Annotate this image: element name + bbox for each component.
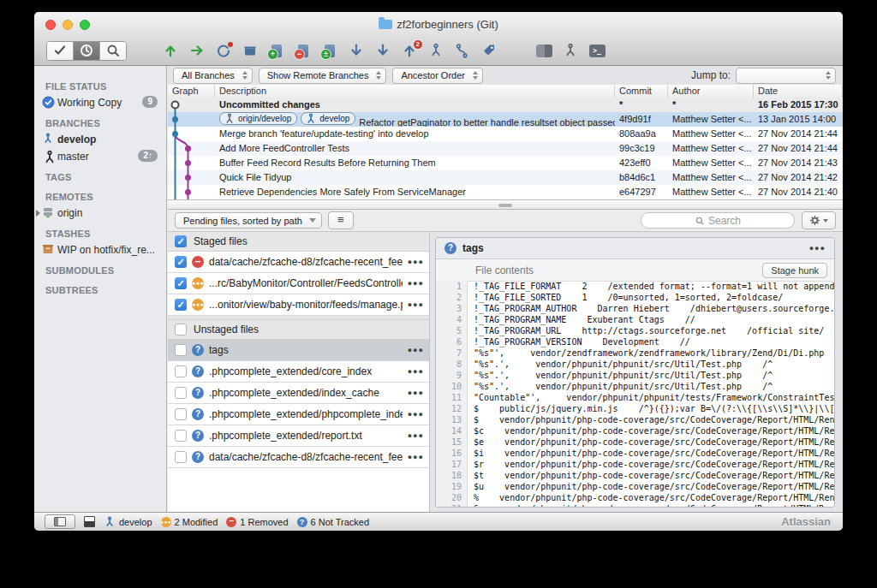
- sidebar-item-wip-on-hotfix-fix-re-[interactable]: WIP on hotfix/fix_re...: [34, 241, 166, 258]
- more-options-icon[interactable]: ●●●: [408, 346, 424, 354]
- add-remove-button[interactable]: ±: [320, 41, 339, 60]
- column-header-author[interactable]: Author: [668, 85, 754, 98]
- modified-status-icon: ●●●: [192, 299, 204, 311]
- file-path: ...onitor/view/baby-monitor/feeds/manage…: [209, 299, 403, 311]
- stage-hunk-button[interactable]: Stage hunk: [762, 263, 827, 278]
- sidebar-section-subtrees: SUBTREES: [34, 278, 166, 298]
- column-header-graph[interactable]: Graph: [168, 85, 215, 98]
- more-options-icon[interactable]: ●●●: [408, 431, 424, 440]
- pane-splitter[interactable]: [168, 199, 843, 210]
- file-checkbox[interactable]: ✓: [175, 256, 187, 268]
- branch-remote-icon: [224, 113, 236, 125]
- file-row[interactable]: ✓●●●...onitor/view/baby-monitor/feeds/ma…: [168, 294, 429, 316]
- file-row[interactable]: ?.phpcomplete_extended/phpcomplete_index…: [168, 404, 429, 425]
- untracked-status-icon: ?: [297, 517, 307, 527]
- commit-row[interactable]: Buffer Feed Record Results Before Return…: [168, 156, 843, 170]
- file-checkbox[interactable]: [175, 387, 187, 399]
- checkout-button[interactable]: [188, 41, 206, 60]
- fetch-button[interactable]: [347, 41, 366, 60]
- file-contents-view[interactable]: 1!_TAG_FILE_FORMAT 2 /extended format; -…: [436, 281, 834, 507]
- terminal-button[interactable]: >_: [588, 41, 606, 60]
- untracked-count[interactable]: ? 6 Not Tracked: [297, 517, 369, 527]
- window-chrome: zf2forbeginners (Git) +−±2 >_: [34, 12, 843, 66]
- file-checkbox[interactable]: [175, 430, 187, 442]
- pending-actions-gear-button[interactable]: [802, 211, 836, 229]
- commit-row[interactable]: Quick File Tidyupb84d6c1Matthew Setter <…: [168, 170, 843, 185]
- merge-button[interactable]: [453, 41, 472, 60]
- search-input[interactable]: Search: [641, 212, 795, 229]
- remote-branches-dropdown[interactable]: Show Remote Branches: [259, 68, 387, 84]
- remove-button[interactable]: −: [294, 41, 313, 60]
- push-button[interactable]: 2: [400, 41, 419, 60]
- sidebar-item-develop[interactable]: develop: [34, 131, 166, 148]
- removed-count[interactable]: – 1 Removed: [226, 517, 288, 527]
- commit-view-button[interactable]: [47, 42, 74, 60]
- pending-files-sort-dropdown[interactable]: Pending files, sorted by path: [175, 212, 322, 229]
- column-header-commit[interactable]: Commit: [615, 85, 668, 98]
- file-checkbox[interactable]: [175, 344, 187, 356]
- more-options-icon[interactable]: ●●●: [408, 389, 424, 397]
- more-options-icon[interactable]: ●●●: [809, 244, 826, 252]
- reset-button[interactable]: [214, 41, 233, 60]
- show-in-finder-button[interactable]: [534, 41, 553, 60]
- pull-button[interactable]: [373, 41, 392, 60]
- file-row[interactable]: ?.phpcomplete_extended/core_index●●●: [168, 361, 429, 383]
- commit-row[interactable]: Uncommitted changes**16 Feb 2015 17:30: [168, 98, 843, 112]
- file-checkbox[interactable]: [175, 365, 187, 377]
- file-checkbox[interactable]: ✓: [175, 277, 187, 289]
- file-checkbox[interactable]: [175, 408, 187, 420]
- branch-icon: [42, 150, 55, 163]
- file-list-view-options-button[interactable]: ≡: [328, 211, 354, 229]
- order-dropdown[interactable]: Ancestor Order: [392, 68, 483, 84]
- toggle-sidebar-button[interactable]: [45, 514, 75, 529]
- column-header-description[interactable]: Description: [215, 85, 615, 98]
- sidebar-item-master[interactable]: master2↑: [34, 148, 166, 165]
- git-flow-button[interactable]: [561, 41, 580, 60]
- file-path: .phpcomplete_extended/core_index: [209, 365, 403, 377]
- more-options-icon[interactable]: ●●●: [408, 300, 424, 309]
- commit-row[interactable]: Add More FeedController Tests99c3c19Matt…: [168, 141, 843, 156]
- commit-list: Uncommitted changes**16 Feb 2015 17:30or…: [168, 98, 843, 199]
- jump-to-dropdown[interactable]: [736, 68, 836, 84]
- more-options-icon[interactable]: ●●●: [408, 367, 424, 376]
- toolbar-buttons: +−±2: [161, 41, 498, 60]
- unstaged-files-checkbox[interactable]: [175, 324, 187, 336]
- modified-count[interactable]: ●●● 2 Modified: [161, 517, 218, 527]
- stash-button[interactable]: [241, 41, 260, 60]
- tag-button[interactable]: [480, 41, 498, 60]
- column-header-date[interactable]: Date: [754, 85, 843, 98]
- current-branch-indicator[interactable]: develop: [104, 516, 152, 528]
- search-view-button[interactable]: [100, 42, 126, 60]
- add-button[interactable]: +: [267, 41, 286, 60]
- more-options-icon[interactable]: ●●●: [408, 258, 424, 266]
- file-path: tags: [209, 344, 403, 356]
- staged-files-checkbox[interactable]: ✓: [175, 235, 187, 247]
- commit-row[interactable]: Merge branch 'feature/update-testing' in…: [168, 127, 843, 141]
- file-row[interactable]: ?tags●●●: [168, 340, 429, 361]
- branch-button[interactable]: [427, 41, 445, 60]
- disclosure-triangle-icon[interactable]: [36, 210, 40, 217]
- more-options-icon[interactable]: ●●●: [408, 453, 424, 461]
- bottom-panel-icon[interactable]: [84, 516, 95, 527]
- file-path: ...rc/BabyMonitor/Controller/FeedsContro…: [209, 277, 403, 289]
- file-row[interactable]: ?.phpcomplete_extended/report.txt●●●: [168, 425, 429, 447]
- commit-row[interactable]: Retrieve Dependencies More Safely From S…: [168, 185, 843, 199]
- file-row[interactable]: ✓●●●...rc/BabyMonitor/Controller/FeedsCo…: [168, 273, 429, 294]
- more-options-icon[interactable]: ●●●: [408, 410, 424, 419]
- commit-button[interactable]: [161, 41, 180, 60]
- sidebar-item-origin[interactable]: origin: [34, 205, 166, 222]
- branch-label-pill[interactable]: develop: [301, 112, 355, 125]
- sidebar-item-working-copy[interactable]: Working Copy9: [34, 94, 166, 111]
- diff-header: ? tags ●●●: [436, 238, 834, 259]
- commit-row[interactable]: origin/developdevelopRefactor getPaginat…: [168, 112, 843, 127]
- log-view-button[interactable]: [74, 42, 100, 60]
- file-row[interactable]: ?data/cache/zfcache-d8/zfcache-recent_fe…: [168, 447, 429, 468]
- code-line: 2!_TAG_FILE_SORTED 1 /0=unsorted, 1=sort…: [436, 292, 834, 303]
- more-options-icon[interactable]: ●●●: [408, 279, 424, 288]
- branch-label-pill[interactable]: origin/develop: [219, 112, 297, 125]
- file-checkbox[interactable]: ✓: [175, 299, 187, 311]
- file-row[interactable]: ?.phpcomplete_extended/index_cache●●●: [168, 383, 429, 404]
- file-checkbox[interactable]: [175, 451, 187, 463]
- file-row[interactable]: ✓–data/cache/zfcache-d8/zfcache-recent_f…: [168, 252, 429, 273]
- branches-filter-dropdown[interactable]: All Branches: [173, 68, 253, 84]
